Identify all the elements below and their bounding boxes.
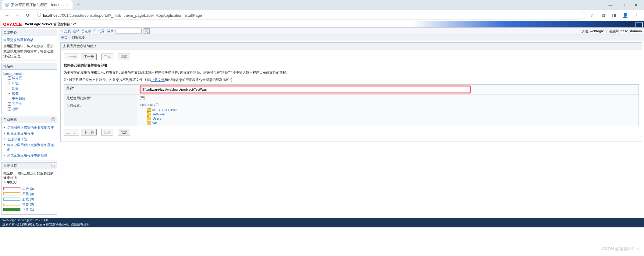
collapse-icon[interactable]: ▢ [52,117,55,121]
status-label[interactable]: 警告 (0) [22,202,34,207]
status-label[interactable]: 严重 (0) [22,192,34,196]
favicon-icon [5,3,9,7]
status-label[interactable]: 失败 (0) [22,187,34,191]
path-highlight [140,86,471,93]
dir-link[interactable]: Users [152,117,161,120]
dir-link[interactable]: software [152,112,165,116]
welcome-text: 欢迎, weblogic [581,29,604,33]
tree-item[interactable]: 安全领域 [12,97,25,100]
help-link[interactable]: 启动和停止部署的企业应用程序 [7,126,54,129]
forward-button[interactable]: → [13,11,22,20]
cancel-button[interactable]: 取消 [118,54,130,60]
content-title: 安装应用程序辅助程序 [61,43,642,50]
tree-item[interactable]: 服务 [12,92,19,95]
current-drive-link[interactable]: E: [156,103,159,107]
tree-item[interactable]: 域分区 [12,76,22,80]
cancel-button[interactable]: 取消 [118,129,130,135]
domain-tree: base_domain +域分区+环境部署+服务安全领域+互用性+诊断 [3,72,55,112]
close-icon[interactable]: × [66,2,69,7]
maximize-button[interactable]: □ [617,1,629,9]
record-link[interactable]: 记录 [98,29,105,33]
minimize-button[interactable]: — [604,1,617,9]
oracle-header: ORACLE WebLogic Server 管理控制台 12c [0,21,644,28]
url-path: :7001/console/console.portal?_nfpb=true&… [59,13,202,18]
domain-tree-portlet: 域结构 base_domain +域分区+环境部署+服务安全领域+互用性+诊断 [1,63,57,114]
url-text: localhost:7001/console/console.portal?_n… [43,13,202,18]
help-portlet: 帮助主题▢ 启动和停止部署的企业应用程序配置企业应用程序创建部署计划将企业应用程… [1,116,57,160]
tree-toggle-icon[interactable]: + [8,107,11,111]
collapse-icon[interactable]: ▢ [52,164,55,167]
section-para1: 为要安装的应用程序根目录, 档案文件, 展开的档案目录或应用程序模块描述符, 选… [64,70,639,75]
tree-toggle-icon[interactable]: + [8,82,11,85]
tree-item[interactable]: 环境 [12,81,19,85]
left-column: 更改中心 查看更改和重新启动 启用配置编辑。将来在修改，添加或删除此域中的项目时… [0,28,59,218]
folder-icon [147,113,151,116]
tree-item[interactable]: 诊断 [12,107,19,111]
side-panel-icon[interactable]: ◨ [610,11,618,19]
tree-item[interactable]: 部署 [12,86,19,90]
folder-icon [147,121,151,124]
next-button[interactable]: 下一步 [81,54,97,60]
help-link[interactable]: 创建部署计划 [7,137,27,141]
url-box[interactable]: ⓘ localhost:7001/console/console.portal?… [34,11,585,19]
profile-icon[interactable]: 👤 [621,11,629,19]
status-label[interactable]: 正常 (1) [22,207,34,212]
main-content: 安装应用程序辅助程序 上一步 下一步 完成 取消 找到要安装的部署并准备部署 为… [59,41,644,143]
home-link[interactable]: 主页 [64,29,71,33]
back-button[interactable]: ← [2,11,12,20]
tree-item[interactable]: 互用性 [12,102,22,106]
button-row-bottom: 上一步 下一步 完成 取消 [64,129,639,135]
dir-list: $RECYCLE.BINsoftwareUsersvar [140,107,636,125]
form-table: 路径: 最近使用的路径: (无) 当前位置: [64,84,639,126]
new-tab-button[interactable]: + [74,1,82,9]
url-host: localhost [43,13,59,18]
help-link[interactable]: 测试企业应用程序中的模块 [7,153,47,157]
breadcrumb-current: 部署概要 [72,36,85,39]
status-row: 超载 (0) [3,197,55,202]
record-icon: ⦿ [93,29,97,33]
product-name: WebLogic Server 管理控制台 12c [25,22,76,26]
section-title: 找到要安装的部署并准备部署 [64,63,639,68]
status-bar-icon [3,198,20,201]
back-button[interactable]: 上一步 [64,54,79,60]
logout-link[interactable]: 注销 [73,29,80,33]
view-changes-link[interactable]: 查看更改和重新启动 [3,38,34,42]
help-link[interactable]: 帮助 [107,29,114,33]
dir-link[interactable]: $RECYCLE.BIN [152,108,176,112]
folder-icon [147,117,151,120]
dir-item: Users [147,116,636,121]
oracle-logo: ORACLE [0,22,25,27]
tree-toggle-icon[interactable]: + [8,92,11,95]
help-title: 帮助主题 [3,117,52,122]
status-row: 失败 (0) [3,187,55,191]
help-link[interactable]: 配置企业应用程序 [7,132,34,135]
status-caption: 截至以下时间正在运行的服务器的健康状况: [3,171,55,180]
back-button[interactable]: 上一步 [64,129,79,135]
status-label[interactable]: 超载 (0) [22,197,34,202]
dir-link[interactable]: var [152,121,157,124]
tree-toggle-icon[interactable]: + [8,102,11,106]
site-info-icon[interactable]: ⓘ [37,12,41,18]
help-link[interactable]: 将企业应用程序定位到服务器实例 [7,143,54,151]
tree-toggle-icon[interactable]: + [8,76,11,80]
extensions-icon[interactable]: ⧉ [599,11,607,19]
path-input[interactable] [141,87,469,92]
search-input[interactable] [116,29,142,33]
close-window-button[interactable]: ✕ [630,1,642,9]
finish-button[interactable]: 完成 [101,129,113,135]
window-controls: — □ ✕ [604,1,642,9]
reload-button[interactable]: ⟳ [23,11,32,20]
finish-button[interactable]: 完成 [101,54,113,60]
current-value: localhost \ E: $RECYCLE.BINsoftwareUsers… [137,102,639,126]
tree-root[interactable]: base_domain [3,72,23,75]
upload-link[interactable]: 上载文件 [151,78,165,82]
current-host-link[interactable]: localhost [140,103,153,107]
menu-icon[interactable]: ⋮ [632,11,640,19]
next-button[interactable]: 下一步 [81,129,97,135]
prefs-link[interactable]: 首选项 [81,29,91,33]
button-row-top: 上一步 下一步 完成 取消 [64,54,639,60]
star-icon[interactable]: ☆ [588,11,596,19]
breadcrumb-home[interactable]: 主页 [61,36,68,39]
browser-tab[interactable]: 安装应用程序辅助程序 - base_... × [2,0,73,9]
search-button[interactable]: 🔍 [144,28,150,34]
